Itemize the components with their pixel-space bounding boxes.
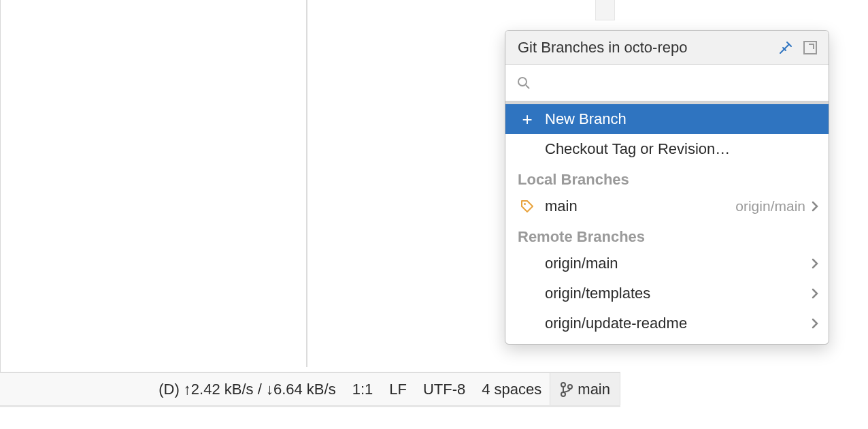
popup-search[interactable] [505, 65, 829, 101]
svg-point-0 [561, 383, 565, 387]
svg-point-4 [524, 203, 526, 205]
svg-point-1 [561, 392, 565, 396]
plus-icon: + [518, 110, 537, 128]
tag-icon [518, 199, 537, 214]
popup-header: Git Branches in octo-repo [505, 31, 829, 65]
remote-branch-item[interactable]: origin/templates [505, 279, 829, 308]
chevron-right-icon [811, 257, 819, 270]
status-git-branch[interactable]: main [550, 373, 620, 405]
new-branch-item[interactable]: + New Branch [505, 104, 829, 134]
editor-scrollbar[interactable] [595, 0, 615, 20]
chevron-right-icon [811, 287, 819, 300]
remote-branch-item[interactable]: origin/main [505, 249, 829, 279]
pin-icon[interactable] [777, 39, 795, 57]
status-indent[interactable]: 4 spaces [473, 381, 550, 398]
local-branch-item[interactable]: main origin/main [505, 191, 829, 221]
remote-branch-name: origin/main [545, 255, 811, 272]
status-line-separator[interactable]: LF [381, 381, 415, 398]
expand-icon[interactable] [801, 39, 819, 57]
status-git-branch-label: main [578, 381, 610, 398]
status-bar: (D) ↑2.42 kB/s / ↓6.64 kB/s 1:1 LF UTF-8… [0, 373, 620, 405]
checkout-tag-label: Checkout Tag or Revision… [545, 140, 819, 158]
status-encoding[interactable]: UTF-8 [415, 381, 473, 398]
svg-point-2 [568, 385, 572, 389]
remote-branches-header: Remote Branches [505, 221, 829, 249]
svg-point-3 [518, 78, 527, 86]
local-branch-tracking: origin/main [735, 198, 805, 214]
remote-branch-name: origin/update-readme [545, 315, 811, 332]
status-cursor-position[interactable]: 1:1 [344, 381, 382, 398]
search-icon [516, 76, 531, 91]
new-branch-label: New Branch [545, 110, 819, 128]
popup-search-input[interactable] [539, 74, 818, 92]
chevron-right-icon [811, 200, 819, 212]
local-branches-header: Local Branches [505, 164, 829, 191]
checkout-tag-item[interactable]: Checkout Tag or Revision… [505, 134, 829, 164]
chevron-right-icon [811, 317, 819, 330]
git-branches-popup: Git Branches in octo-repo [505, 30, 829, 345]
remote-branch-name: origin/templates [545, 285, 811, 302]
remote-branch-item[interactable]: origin/update-readme [505, 308, 829, 338]
status-network[interactable]: (D) ↑2.42 kB/s / ↓6.64 kB/s [150, 381, 344, 398]
git-branch-icon [560, 381, 573, 398]
popup-title: Git Branches in octo-repo [518, 39, 770, 57]
local-branch-name: main [545, 197, 735, 215]
